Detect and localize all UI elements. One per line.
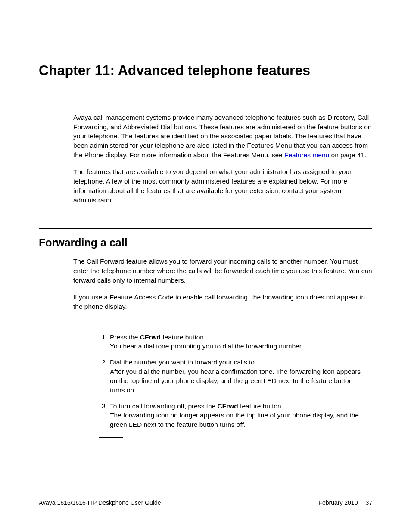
intro-text-after-link: on page 41. bbox=[329, 151, 366, 159]
section-divider bbox=[39, 228, 372, 229]
step-content: To turn call forwarding off, press the C… bbox=[110, 401, 372, 429]
footer-date: February 2010 bbox=[318, 499, 358, 506]
section-title: Forwarding a call bbox=[39, 236, 372, 249]
intro-paragraph-2: The features that are available to you d… bbox=[73, 167, 372, 205]
step-number: 2. bbox=[99, 358, 110, 395]
steps-list: 1. Press the CFrwd feature button. You h… bbox=[99, 333, 372, 429]
step-number: 3. bbox=[99, 401, 110, 429]
step-number: 1. bbox=[99, 333, 110, 351]
step-text: To turn call forwarding off, press the bbox=[110, 402, 218, 410]
step-text: Dial the number you want to forward your… bbox=[110, 358, 256, 366]
chapter-title: Chapter 11: Advanced telephone features bbox=[39, 62, 372, 78]
step-content: Dial the number you want to forward your… bbox=[110, 358, 372, 395]
footer-document-title: Avaya 1616/1616-I IP Deskphone User Guid… bbox=[39, 499, 161, 506]
footer-page-number: 37 bbox=[365, 499, 372, 506]
steps-start-rule bbox=[99, 324, 170, 324]
step-text: The forwarding icon no longer appears on… bbox=[110, 411, 359, 428]
section-paragraph-2: If you use a Feature Access Code to enab… bbox=[73, 292, 372, 311]
step-content: Press the CFrwd feature button. You hear… bbox=[110, 333, 372, 351]
features-menu-link[interactable]: Features menu bbox=[284, 151, 329, 159]
step-text: feature button. bbox=[238, 402, 283, 410]
step-text: After you dial the number, you hear a co… bbox=[110, 368, 361, 394]
step-bold-text: CFrwd bbox=[218, 402, 238, 410]
step-text: Press the bbox=[110, 333, 140, 341]
step-item: 3. To turn call forwarding off, press th… bbox=[99, 401, 372, 429]
steps-end-rule bbox=[99, 437, 123, 438]
section-paragraph-1: The Call Forward feature allows you to f… bbox=[73, 257, 372, 285]
step-item: 1. Press the CFrwd feature button. You h… bbox=[99, 333, 372, 351]
page-footer: Avaya 1616/1616-I IP Deskphone User Guid… bbox=[39, 499, 372, 506]
step-bold-text: CFrwd bbox=[140, 333, 161, 341]
step-item: 2. Dial the number you want to forward y… bbox=[99, 358, 372, 395]
step-text: You hear a dial tone prompting you to di… bbox=[110, 342, 303, 350]
intro-paragraph-1: Avaya call management systems provide ma… bbox=[73, 113, 372, 159]
step-text: feature button. bbox=[161, 333, 206, 341]
